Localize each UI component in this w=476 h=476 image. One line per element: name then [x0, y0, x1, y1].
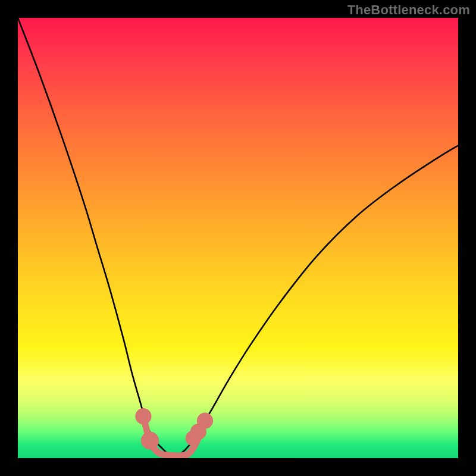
curve-right — [172, 146, 458, 458]
curve-left — [18, 18, 172, 458]
chart-svg — [18, 18, 458, 458]
trough-marker-dot — [135, 408, 151, 424]
watermark-text: TheBottleneck.com — [347, 2, 470, 18]
trough-marker-dot — [197, 412, 213, 428]
chart-plot-area — [18, 18, 458, 458]
chart-frame: TheBottleneck.com — [0, 0, 476, 476]
trough-marker-dot — [141, 431, 159, 449]
